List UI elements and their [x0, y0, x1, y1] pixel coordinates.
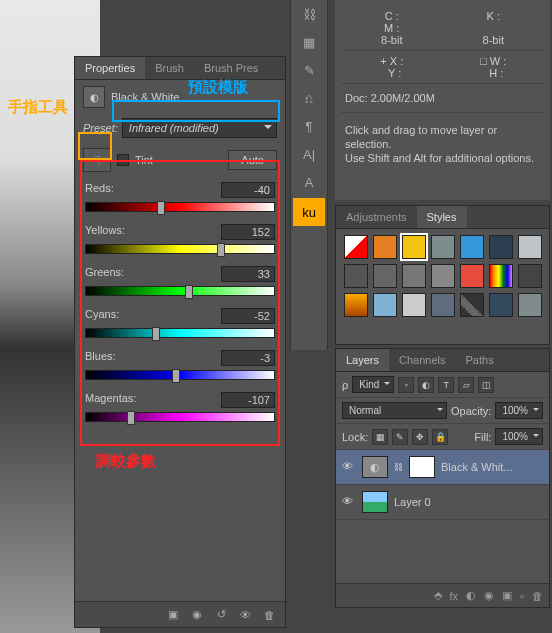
tab-brush[interactable]: Brush	[145, 57, 194, 79]
slider-value[interactable]: 33	[221, 266, 275, 282]
style-swatch[interactable]	[489, 293, 513, 317]
trash-icon[interactable]: 🗑	[261, 607, 277, 623]
lock-label: Lock:	[342, 431, 368, 443]
slider-knob[interactable]	[127, 411, 135, 425]
slider-track[interactable]	[85, 412, 275, 422]
tab-layers[interactable]: Layers	[336, 349, 389, 371]
group-icon[interactable]: ▣	[502, 589, 512, 602]
filter-kind-dropdown[interactable]: Kind	[352, 376, 394, 393]
link-layers-icon[interactable]: ⬘	[434, 589, 442, 602]
fill-input[interactable]: 100%	[495, 428, 543, 445]
style-swatch[interactable]	[489, 235, 513, 259]
style-swatch[interactable]	[344, 264, 368, 288]
slider-knob[interactable]	[152, 327, 160, 341]
brush-icon[interactable]: ✎	[291, 56, 327, 84]
eye-icon[interactable]: 👁	[342, 495, 356, 509]
style-swatch[interactable]	[402, 293, 426, 317]
slider-value[interactable]: -52	[221, 308, 275, 324]
style-icon[interactable]: ku	[293, 198, 325, 226]
layer-name[interactable]: Black & Whit...	[441, 461, 513, 473]
style-swatch[interactable]	[431, 235, 455, 259]
slider-value[interactable]: -40	[221, 182, 275, 198]
slider-knob[interactable]	[217, 243, 225, 257]
eye-icon[interactable]: 👁	[342, 460, 356, 474]
style-swatch[interactable]	[460, 293, 484, 317]
style-swatch[interactable]	[344, 235, 368, 259]
layer-thumb[interactable]	[362, 491, 388, 513]
style-swatch[interactable]	[431, 264, 455, 288]
slider-knob[interactable]	[172, 369, 180, 383]
style-swatch[interactable]	[344, 293, 368, 317]
link-icon[interactable]: ⛓	[394, 462, 403, 472]
view-previous-icon[interactable]: ◉	[189, 607, 205, 623]
layers-footer: ⬘ fx ◐ ◉ ▣ ▫ 🗑	[336, 583, 549, 607]
tab-paths[interactable]: Paths	[456, 349, 504, 371]
clone-icon[interactable]: ⎌	[291, 84, 327, 112]
lock-pixels-icon[interactable]: ✎	[392, 429, 408, 445]
style-swatch[interactable]	[518, 264, 542, 288]
trash-icon[interactable]: 🗑	[532, 590, 543, 602]
style-swatch[interactable]	[402, 264, 426, 288]
mask-icon[interactable]: ◐	[466, 589, 476, 602]
style-swatch[interactable]	[518, 235, 542, 259]
filter-type-icon[interactable]: T	[438, 377, 454, 393]
lock-all-icon[interactable]: 🔒	[432, 429, 448, 445]
slider-track[interactable]	[85, 286, 275, 296]
style-swatch[interactable]	[489, 264, 513, 288]
filter-pixel-icon[interactable]: ▫	[398, 377, 414, 393]
adjustment-icon[interactable]: ◉	[484, 589, 494, 602]
styles-panel: Adjustments Styles	[335, 205, 550, 345]
swatches-icon[interactable]: ▦	[291, 28, 327, 56]
opacity-input[interactable]: 100%	[495, 402, 543, 419]
tab-channels[interactable]: Channels	[389, 349, 455, 371]
tab-adjustments[interactable]: Adjustments	[336, 206, 417, 228]
blend-mode-dropdown[interactable]: Normal	[342, 402, 447, 419]
layer-item[interactable]: 👁 ◐ ⛓ Black & Whit...	[336, 450, 549, 485]
adjustment-title: Black & White	[111, 91, 179, 103]
char-icon[interactable]: A	[291, 168, 327, 196]
slider-value[interactable]: -3	[221, 350, 275, 366]
paragraph-icon[interactable]: ¶	[291, 112, 327, 140]
slider-label: Yellows:	[85, 224, 125, 240]
style-swatch[interactable]	[460, 235, 484, 259]
filter-adjust-icon[interactable]: ◐	[418, 377, 434, 393]
finger-tool-button[interactable]: ☟	[83, 148, 111, 172]
style-swatch[interactable]	[460, 264, 484, 288]
style-swatch[interactable]	[518, 293, 542, 317]
slider-knob[interactable]	[185, 285, 193, 299]
lock-transparent-icon[interactable]: ▦	[372, 429, 388, 445]
clip-icon[interactable]: ▣	[165, 607, 181, 623]
tab-styles[interactable]: Styles	[417, 206, 467, 228]
tab-properties[interactable]: Properties	[75, 57, 145, 79]
tint-checkbox[interactable]	[117, 154, 129, 166]
filter-shape-icon[interactable]: ▱	[458, 377, 474, 393]
slider-knob[interactable]	[157, 201, 165, 215]
tab-brush-presets[interactable]: Brush Pres	[194, 57, 268, 79]
slider-track[interactable]	[85, 328, 275, 338]
layer-item[interactable]: 👁 Layer 0	[336, 485, 549, 520]
style-swatch[interactable]	[373, 293, 397, 317]
style-swatch[interactable]	[431, 293, 455, 317]
fx-icon[interactable]: fx	[450, 590, 459, 602]
style-swatch[interactable]	[373, 235, 397, 259]
lock-position-icon[interactable]: ✥	[412, 429, 428, 445]
visibility-icon[interactable]: 👁	[237, 607, 253, 623]
slider-track[interactable]	[85, 202, 275, 212]
slider-label: Cyans:	[85, 308, 119, 324]
slider-track[interactable]	[85, 244, 275, 254]
right-tool-strip: ⛓ ▦ ✎ ⎌ ¶ A| A ku	[290, 0, 328, 350]
new-layer-icon[interactable]: ▫	[520, 590, 524, 602]
text-icon[interactable]: A|	[291, 140, 327, 168]
reset-icon[interactable]: ↺	[213, 607, 229, 623]
mask-thumb[interactable]	[409, 456, 435, 478]
auto-button[interactable]: Auto	[228, 150, 277, 170]
style-swatch[interactable]	[402, 235, 426, 259]
slider-value[interactable]: -107	[221, 392, 275, 408]
filter-smart-icon[interactable]: ◫	[478, 377, 494, 393]
slider-track[interactable]	[85, 370, 275, 380]
preset-dropdown[interactable]: Infrared (modified)	[122, 118, 277, 138]
histogram-icon[interactable]: ⛓	[291, 0, 327, 28]
style-swatch[interactable]	[373, 264, 397, 288]
slider-value[interactable]: 152	[221, 224, 275, 240]
layer-name[interactable]: Layer 0	[394, 496, 431, 508]
